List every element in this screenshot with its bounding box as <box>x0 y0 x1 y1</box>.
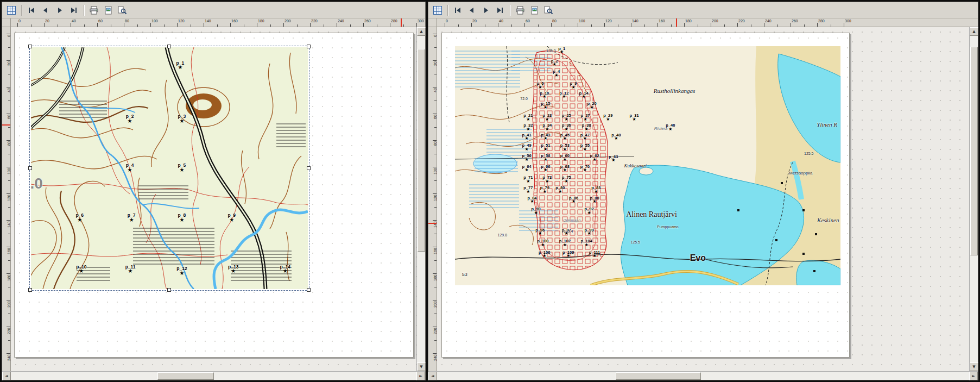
resize-handle-e[interactable] <box>307 166 311 170</box>
zoom-to-page-button[interactable] <box>116 4 129 17</box>
print-icon <box>89 6 99 15</box>
toolbar <box>428 2 978 18</box>
go-last-icon <box>69 6 78 15</box>
composer-grid-button[interactable] <box>431 4 444 17</box>
horizontal-scrollbar[interactable]: ◄ ► <box>2 371 425 380</box>
resize-handle-se[interactable] <box>307 288 311 292</box>
go-previous-icon <box>41 6 50 15</box>
export-image-icon <box>530 6 539 15</box>
export-image-button[interactable] <box>102 4 115 17</box>
horizontal-scroll-track[interactable] <box>11 372 416 380</box>
scroll-down-button[interactable]: ▼ <box>417 362 426 371</box>
map-art-lake-topographic <box>455 46 840 285</box>
go-first-icon <box>27 6 36 15</box>
composer-grid-icon <box>433 5 442 15</box>
zoom-page-icon <box>543 5 553 15</box>
composition-canvas[interactable]: 135.372.0RusthollinkangasRivieraYlinen R… <box>437 27 969 371</box>
composer-grid-icon <box>7 5 16 15</box>
scroll-right-button[interactable]: ► <box>969 372 978 380</box>
scroll-up-button[interactable]: ▲ <box>970 27 978 36</box>
go-next-button[interactable] <box>479 4 492 17</box>
ruler-row: 0204060801001201401601802002202402602803… <box>2 18 425 27</box>
toolbar-separator <box>510 5 510 16</box>
print-button[interactable] <box>87 4 100 17</box>
ruler-row: 0204060801001201401601802002202402602803… <box>428 18 978 27</box>
go-last-icon <box>496 6 504 15</box>
map-art-topographic <box>31 47 308 289</box>
scroll-down-button[interactable]: ▼ <box>970 362 978 371</box>
map-item[interactable]: .0 p_1★p_2★p_3★p_4★p_5★p_6★p_7★p_8★p_9★p… <box>31 47 308 289</box>
go-next-icon <box>55 6 64 15</box>
vertical-scroll-track[interactable] <box>417 36 425 362</box>
vertical-scroll-track[interactable] <box>970 36 978 362</box>
toolbar <box>2 2 425 18</box>
zoom-to-page-button[interactable] <box>542 4 555 17</box>
composition-canvas[interactable]: .0 p_1★p_2★p_3★p_4★p_5★p_6★p_7★p_8★p_9★p… <box>11 27 416 371</box>
export-image-button[interactable] <box>528 4 541 17</box>
go-last-button[interactable] <box>494 4 507 17</box>
scroll-left-button[interactable]: ◄ <box>428 372 437 380</box>
toolbar-separator <box>447 5 448 16</box>
go-next-icon <box>482 6 490 15</box>
go-next-button[interactable] <box>53 4 66 17</box>
go-previous-icon <box>467 6 476 15</box>
vertical-scrollbar[interactable]: ▲ ▼ <box>416 27 425 371</box>
map-item[interactable]: 135.372.0RusthollinkangasRivieraYlinen R… <box>455 46 840 285</box>
horizontal-scroll-track[interactable] <box>437 372 969 380</box>
go-first-button[interactable] <box>451 4 464 17</box>
vertical-scroll-thumb[interactable] <box>418 49 425 252</box>
scroll-left-button[interactable]: ◄ <box>2 372 11 380</box>
zoom-page-icon <box>117 5 127 15</box>
ruler-corner <box>428 18 437 27</box>
horizontal-ruler[interactable]: 0204060801001201401601802002202402602803… <box>437 18 978 27</box>
go-previous-button[interactable] <box>39 4 52 17</box>
paper[interactable]: 135.372.0RusthollinkangasRivieraYlinen R… <box>441 33 850 358</box>
vertical-ruler[interactable]: 020406080100120140160180200220240 <box>2 27 11 371</box>
horizontal-scrollbar[interactable]: ◄ ► <box>428 371 978 380</box>
print-icon <box>515 6 525 15</box>
export-image-icon <box>104 6 112 15</box>
go-previous-button[interactable] <box>465 4 478 17</box>
go-last-button[interactable] <box>67 4 80 17</box>
resize-handle-s[interactable] <box>167 288 171 292</box>
resize-handle-w[interactable] <box>28 166 32 170</box>
resize-handle-n[interactable] <box>167 45 171 48</box>
paper[interactable]: .0 p_1★p_2★p_3★p_4★p_5★p_6★p_7★p_8★p_9★p… <box>14 33 414 358</box>
resize-handle-nw[interactable] <box>28 45 32 48</box>
horizontal-ruler[interactable]: 0204060801001201401601802002202402602803… <box>11 18 425 27</box>
composer-window-left: 0204060801001201401601802002202402602803… <box>2 2 426 380</box>
print-button[interactable] <box>514 4 527 17</box>
scroll-up-button[interactable]: ▲ <box>417 27 426 36</box>
go-first-icon <box>453 6 462 15</box>
ruler-corner <box>2 18 11 27</box>
scroll-right-button[interactable]: ► <box>416 372 425 380</box>
vertical-ruler[interactable]: 020406080100120140160180200220240 <box>428 27 437 371</box>
horizontal-scroll-thumb[interactable] <box>616 372 701 380</box>
vertical-scroll-thumb[interactable] <box>970 47 978 256</box>
toolbar-separator <box>21 5 22 16</box>
resize-handle-sw[interactable] <box>28 288 32 292</box>
go-first-button[interactable] <box>25 4 38 17</box>
vertical-scrollbar[interactable]: ▲ ▼ <box>969 27 978 371</box>
horizontal-scroll-thumb[interactable] <box>157 372 214 380</box>
composer-window-right: 0204060801001201401601802002202402602803… <box>428 2 978 380</box>
resize-handle-ne[interactable] <box>307 45 311 48</box>
toolbar-separator <box>84 5 84 16</box>
composer-grid-button[interactable] <box>5 4 18 17</box>
